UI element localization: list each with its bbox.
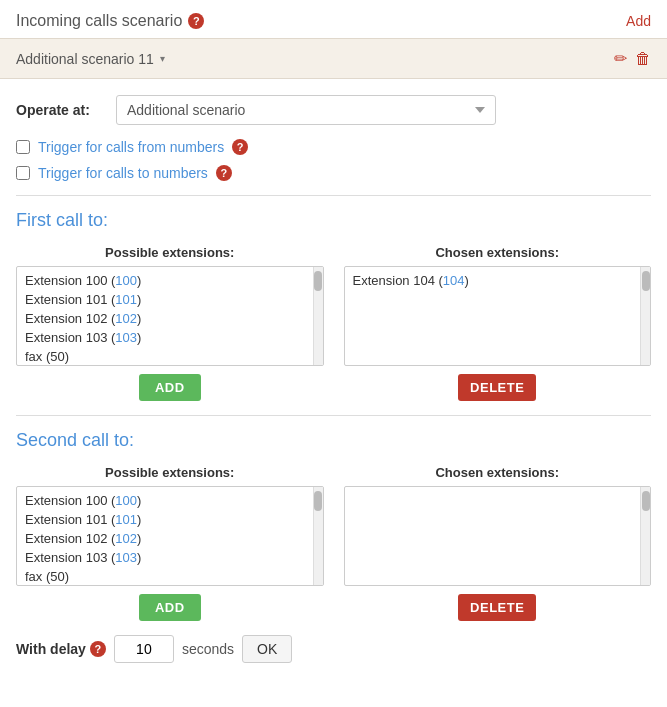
scenario-edit-icon[interactable]: ✏ xyxy=(614,49,627,68)
scroll-thumb-chosen xyxy=(642,271,650,291)
scroll-thumb xyxy=(314,271,322,291)
first-call-possible-listbox[interactable]: Extension 100 (100) Extension 101 (101) … xyxy=(17,267,313,365)
main-content: Operate at: Additional scenario Trigger … xyxy=(0,79,667,679)
second-call-possible-listbox-wrap: Extension 100 (100) Extension 101 (101) … xyxy=(16,486,324,586)
scrollbar-second-chosen[interactable] xyxy=(640,487,650,585)
first-call-chosen-col: Chosen extensions: Extension 104 (104) D… xyxy=(344,245,652,401)
second-call-add-button[interactable]: ADD xyxy=(139,594,201,621)
scenario-name-text: Additional scenario 11 xyxy=(16,51,154,67)
scenario-delete-icon[interactable]: 🗑 xyxy=(635,50,651,68)
scrollbar-chosen[interactable] xyxy=(640,267,650,365)
delay-unit: seconds xyxy=(182,641,234,657)
trigger-from-label: Trigger for calls from numbers xyxy=(38,139,224,155)
list-item[interactable]: fax (50) xyxy=(21,567,309,585)
second-call-delete-button[interactable]: DELETE xyxy=(458,594,536,621)
list-item[interactable]: Extension 103 (103) xyxy=(21,328,309,347)
first-call-possible-listbox-wrap: Extension 100 (100) Extension 101 (101) … xyxy=(16,266,324,366)
list-item[interactable]: Extension 104 (104) xyxy=(349,271,637,290)
second-call-possible-label: Possible extensions: xyxy=(105,465,234,480)
list-item[interactable]: Extension 100 (100) xyxy=(21,271,309,290)
page-header: Incoming calls scenario ? Add xyxy=(0,0,667,38)
trigger-from-help-icon[interactable]: ? xyxy=(232,139,248,155)
page-title-text: Incoming calls scenario xyxy=(16,12,182,30)
scenario-name[interactable]: Additional scenario 11 ▾ xyxy=(16,51,165,67)
delay-input[interactable] xyxy=(114,635,174,663)
delay-label: With delay ? xyxy=(16,641,106,657)
operate-at-label: Operate at: xyxy=(16,102,106,118)
second-call-title: Second call to: xyxy=(16,430,651,451)
first-call-title: First call to: xyxy=(16,210,651,231)
trigger-from-checkbox[interactable] xyxy=(16,140,30,154)
list-item[interactable]: fax (50) xyxy=(21,347,309,365)
scrollbar[interactable] xyxy=(313,267,323,365)
second-call-section: Second call to: Possible extensions: Ext… xyxy=(16,430,651,621)
first-call-possible-col: Possible extensions: Extension 100 (100)… xyxy=(16,245,324,401)
second-call-possible-listbox[interactable]: Extension 100 (100) Extension 101 (101) … xyxy=(17,487,313,585)
list-item[interactable]: Extension 101 (101) xyxy=(21,510,309,529)
list-item[interactable]: Extension 103 (103) xyxy=(21,548,309,567)
first-call-delete-button[interactable]: DELETE xyxy=(458,374,536,401)
first-call-possible-label: Possible extensions: xyxy=(105,245,234,260)
trigger-to-checkbox[interactable] xyxy=(16,166,30,180)
second-call-chosen-listbox[interactable] xyxy=(345,487,641,585)
first-call-add-button[interactable]: ADD xyxy=(139,374,201,401)
first-call-extensions: Possible extensions: Extension 100 (100)… xyxy=(16,245,651,401)
trigger-to-label: Trigger for calls to numbers xyxy=(38,165,208,181)
first-call-chosen-label: Chosen extensions: xyxy=(435,245,559,260)
trigger-from-row: Trigger for calls from numbers ? xyxy=(16,139,651,155)
second-call-extensions: Possible extensions: Extension 100 (100)… xyxy=(16,465,651,621)
first-call-chosen-listbox-wrap: Extension 104 (104) xyxy=(344,266,652,366)
page-title: Incoming calls scenario ? xyxy=(16,12,204,30)
list-item[interactable]: Extension 101 (101) xyxy=(21,290,309,309)
scroll-thumb-second-chosen xyxy=(642,491,650,511)
list-item[interactable]: Extension 102 (102) xyxy=(21,309,309,328)
second-call-chosen-col: Chosen extensions: DELETE xyxy=(344,465,652,621)
operate-at-select[interactable]: Additional scenario xyxy=(116,95,496,125)
scroll-thumb-second xyxy=(314,491,322,511)
first-call-section: First call to: Possible extensions: Exte… xyxy=(16,210,651,401)
scrollbar-second[interactable] xyxy=(313,487,323,585)
delay-label-text: With delay xyxy=(16,641,86,657)
page-title-help-icon[interactable]: ? xyxy=(188,13,204,29)
scenario-dropdown-arrow[interactable]: ▾ xyxy=(160,53,165,64)
second-call-possible-col: Possible extensions: Extension 100 (100)… xyxy=(16,465,324,621)
scenario-actions: ✏ 🗑 xyxy=(614,49,651,68)
divider-2 xyxy=(16,415,651,416)
list-item[interactable]: Extension 102 (102) xyxy=(21,529,309,548)
add-link[interactable]: Add xyxy=(626,13,651,29)
second-call-chosen-label: Chosen extensions: xyxy=(435,465,559,480)
delay-ok-button[interactable]: OK xyxy=(242,635,292,663)
operate-at-row: Operate at: Additional scenario xyxy=(16,95,651,125)
list-item[interactable]: Extension 100 (100) xyxy=(21,491,309,510)
trigger-to-help-icon[interactable]: ? xyxy=(216,165,232,181)
delay-help-icon[interactable]: ? xyxy=(90,641,106,657)
second-call-chosen-listbox-wrap xyxy=(344,486,652,586)
divider-1 xyxy=(16,195,651,196)
scenario-bar: Additional scenario 11 ▾ ✏ 🗑 xyxy=(0,38,667,79)
delay-row: With delay ? seconds OK xyxy=(16,635,651,663)
first-call-chosen-listbox[interactable]: Extension 104 (104) xyxy=(345,267,641,365)
trigger-to-row: Trigger for calls to numbers ? xyxy=(16,165,651,181)
